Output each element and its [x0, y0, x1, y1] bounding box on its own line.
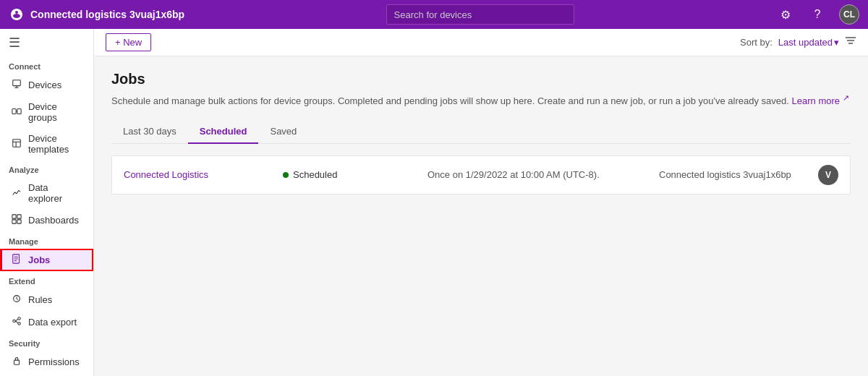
filter-icon[interactable] [845, 35, 856, 49]
device-groups-icon [11, 106, 22, 119]
tab-scheduled[interactable]: Scheduled [188, 120, 259, 144]
layout: ☰ Connect Devices Device groups Devic [0, 29, 868, 376]
jobs-icon [11, 254, 22, 266]
sidebar-item-data-explorer[interactable]: Data explorer [0, 177, 93, 209]
svg-rect-4 [17, 108, 21, 114]
section-label-analyze: Analyze [0, 160, 93, 177]
svg-rect-10 [17, 215, 21, 218]
job-user-avatar: V [818, 165, 838, 185]
svg-rect-11 [12, 220, 16, 223]
sidebar-item-permissions[interactable]: Permissions [0, 351, 93, 373]
svg-rect-25 [14, 360, 20, 364]
svg-point-21 [18, 322, 21, 325]
sort-value-text: Last updated [778, 37, 833, 48]
sidebar-section-settings: Settings Application Customization [0, 373, 93, 376]
sidebar-item-device-templates-label: Device templates [28, 133, 85, 155]
search-input[interactable]: Search for devices [386, 4, 574, 25]
sidebar-item-devices[interactable]: Devices [0, 74, 93, 96]
svg-point-22 [13, 320, 16, 322]
new-button[interactable]: + New [106, 33, 151, 51]
status-dot [283, 172, 289, 178]
user-avatar[interactable]: CL [839, 4, 859, 25]
svg-line-24 [15, 321, 18, 323]
settings-icon[interactable]: ⚙ [775, 4, 796, 25]
sidebar-item-rules-label: Rules [28, 294, 52, 305]
app-title: Connected logistics 3vuaj1x6bp [30, 9, 184, 20]
job-name[interactable]: Connected Logistics [124, 169, 283, 180]
main-content: + New Sort by: Last updated ▾ Jobs Sched… [94, 29, 868, 376]
page-description-text: Schedule and manage bulk actions for dev… [111, 95, 789, 106]
tabs-bar: Last 30 days Scheduled Saved [111, 120, 851, 144]
sidebar-item-jobs[interactable]: Jobs [0, 249, 93, 271]
tab-last-30-days[interactable]: Last 30 days [111, 120, 188, 144]
rules-icon [11, 294, 22, 306]
permissions-icon [11, 356, 22, 368]
tab-saved[interactable]: Saved [258, 120, 308, 144]
main-toolbar: + New Sort by: Last updated ▾ [94, 29, 868, 56]
data-export-icon [11, 316, 22, 328]
sidebar-section-security: Security Permissions [0, 333, 93, 373]
dashboards-icon [11, 214, 22, 226]
devices-icon [11, 79, 22, 91]
job-app: Connected logistics 3vuaj1x6bp [659, 169, 818, 180]
section-label-settings: Settings [0, 373, 93, 376]
svg-rect-6 [13, 139, 21, 147]
sidebar-item-dashboards-label: Dashboards [28, 215, 79, 226]
svg-rect-9 [12, 215, 16, 218]
sidebar-item-data-explorer-label: Data explorer [28, 182, 85, 204]
app-logo: Connected logistics 3vuaj1x6bp [9, 7, 184, 22]
learn-more-link[interactable]: Learn more ↗ [792, 95, 849, 106]
section-label-manage: Manage [0, 231, 93, 249]
page-description: Schedule and manage bulk actions for dev… [111, 92, 851, 108]
main-body: Jobs Schedule and manage bulk actions fo… [94, 56, 868, 376]
chevron-down-icon: ▾ [834, 37, 839, 48]
svg-point-20 [18, 317, 21, 320]
sidebar-section-analyze: Analyze Data explorer Dashboards [0, 160, 93, 231]
sidebar-item-jobs-label: Jobs [28, 255, 50, 265]
section-label-extend: Extend [0, 271, 93, 289]
svg-rect-0 [13, 80, 21, 86]
sidebar-item-rules[interactable]: Rules [0, 289, 93, 311]
job-status: Scheduled [283, 169, 427, 180]
sidebar-item-device-groups[interactable]: Device groups [0, 96, 93, 128]
job-schedule: Once on 1/29/2022 at 10:00 AM (UTC-8). [427, 169, 659, 180]
sidebar-item-data-export-label: Data export [28, 317, 77, 328]
page-title: Jobs [111, 71, 851, 87]
data-explorer-icon [11, 187, 22, 200]
sidebar: ☰ Connect Devices Device groups Devic [0, 29, 94, 376]
svg-rect-12 [17, 220, 21, 223]
svg-rect-3 [12, 108, 16, 114]
logo-icon [9, 7, 25, 22]
sidebar-item-permissions-label: Permissions [28, 356, 80, 367]
toolbar-right: Sort by: Last updated ▾ [740, 35, 856, 49]
svg-line-23 [15, 319, 18, 321]
hamburger-button[interactable]: ☰ [0, 29, 93, 56]
search-area: Search for devices [184, 4, 775, 25]
sidebar-item-dashboards[interactable]: Dashboards [0, 209, 93, 231]
sidebar-section-manage: Manage Jobs [0, 231, 93, 271]
topbar: Connected logistics 3vuaj1x6bp Search fo… [0, 0, 868, 29]
table-row: Connected Logistics Scheduled Once on 1/… [112, 156, 850, 194]
jobs-table: Connected Logistics Scheduled Once on 1/… [111, 155, 851, 195]
job-status-label: Scheduled [293, 169, 337, 180]
sort-label: Sort by: [740, 37, 773, 48]
sidebar-section-connect: Connect Devices Device groups Device tem… [0, 56, 93, 160]
section-label-connect: Connect [0, 56, 93, 74]
sort-value-button[interactable]: Last updated ▾ [778, 37, 839, 48]
section-label-security: Security [0, 333, 93, 351]
topbar-icons: ⚙ ? CL [775, 4, 859, 25]
svg-line-19 [17, 299, 18, 300]
sidebar-item-device-templates[interactable]: Device templates [0, 128, 93, 160]
sidebar-item-device-groups-label: Device groups [28, 101, 85, 123]
sidebar-section-extend: Extend Rules Data export [0, 271, 93, 333]
help-icon[interactable]: ? [807, 4, 827, 25]
sidebar-item-data-export[interactable]: Data export [0, 311, 93, 333]
search-placeholder: Search for devices [394, 9, 472, 20]
device-templates-icon [11, 138, 22, 150]
sidebar-item-devices-label: Devices [28, 80, 61, 90]
